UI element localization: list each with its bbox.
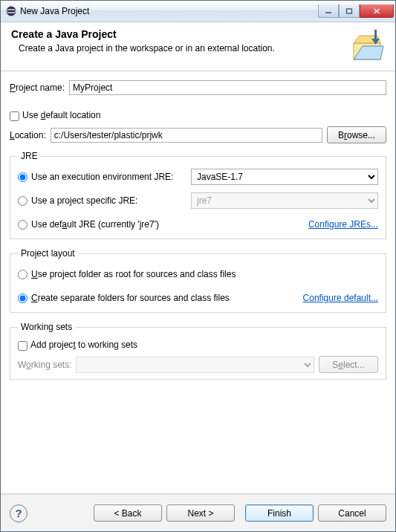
working-sets-select <box>76 357 314 373</box>
layout-root-radio[interactable] <box>18 270 27 279</box>
dialog-window: New Java Project Create a Java Project C… <box>0 0 396 532</box>
next-button[interactable]: Next > <box>166 505 235 522</box>
eclipse-icon <box>5 5 17 17</box>
layout-separate-label: Create separate folders for sources and … <box>31 293 303 303</box>
close-button[interactable] <box>360 4 394 18</box>
page-description: Create a Java project in the workspace o… <box>11 43 349 53</box>
layout-separate-radio[interactable] <box>18 293 27 303</box>
window-controls <box>318 4 394 18</box>
jre-default-label: Use default JRE (currently 'jre7') <box>31 219 308 230</box>
browse-button[interactable]: Browse... <box>327 126 386 143</box>
wizard-folder-icon <box>349 28 385 64</box>
back-button[interactable]: < Back <box>94 505 162 522</box>
configure-jres-link[interactable]: Configure JREs... <box>308 219 378 230</box>
add-to-working-sets-label: Add project to working sets <box>30 340 137 350</box>
layout-root-label: Use project folder as root for sources a… <box>31 269 378 279</box>
svg-rect-3 <box>347 9 352 13</box>
content-area: Project name: Use default location Locat… <box>1 71 395 493</box>
project-name-label: Project name: <box>10 82 65 93</box>
project-layout-group: Project layout Use project folder as roo… <box>10 248 386 313</box>
jre-execution-env-label: Use an execution environment JRE: <box>31 172 191 182</box>
location-input[interactable] <box>51 128 322 143</box>
jre-legend: JRE <box>18 151 41 161</box>
select-working-sets-button: Select... <box>319 356 378 373</box>
finish-button[interactable]: Finish <box>245 505 314 522</box>
titlebar[interactable]: New Java Project <box>1 1 395 22</box>
configure-default-link[interactable]: Configure default... <box>303 293 378 303</box>
project-name-row: Project name: <box>10 80 386 95</box>
add-to-working-sets-checkbox[interactable] <box>18 341 27 351</box>
jre-default-radio[interactable] <box>18 220 27 230</box>
use-default-location-label: Use default location <box>22 110 100 120</box>
help-icon[interactable]: ? <box>10 505 27 522</box>
svg-point-0 <box>7 7 16 16</box>
jre-project-specific-select: jre7 <box>191 192 378 209</box>
project-name-input[interactable] <box>69 80 386 95</box>
button-bar: ? < Back Next > Finish Cancel <box>1 494 395 531</box>
working-sets-legend: Working sets <box>18 322 75 332</box>
page-title: Create a Java Project <box>11 28 349 40</box>
window-title: New Java Project <box>20 6 318 16</box>
use-default-location-row: Use default location <box>10 110 386 120</box>
banner: Create a Java Project Create a Java proj… <box>1 22 395 71</box>
jre-project-specific-radio[interactable] <box>18 196 27 206</box>
jre-group: JRE Use an execution environment JRE: Ja… <box>10 151 386 239</box>
location-label: Location: <box>10 130 46 140</box>
cancel-button[interactable]: Cancel <box>318 505 386 522</box>
project-layout-legend: Project layout <box>18 248 78 259</box>
working-sets-label: Working sets: <box>18 360 71 370</box>
use-default-location-checkbox[interactable] <box>10 111 19 121</box>
jre-execution-env-radio[interactable] <box>18 172 27 182</box>
jre-project-specific-label: Use a project specific JRE: <box>31 195 191 206</box>
minimize-button[interactable] <box>318 4 339 18</box>
location-row: Location: Browse... <box>10 126 386 143</box>
working-sets-group: Working sets Add project to working sets… <box>10 322 386 380</box>
jre-execution-env-select[interactable]: JavaSE-1.7 <box>191 169 378 185</box>
maximize-button[interactable] <box>339 4 360 18</box>
